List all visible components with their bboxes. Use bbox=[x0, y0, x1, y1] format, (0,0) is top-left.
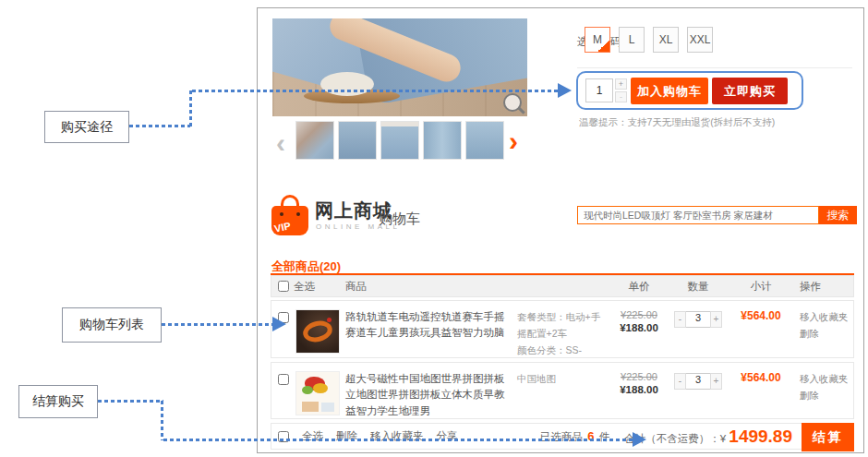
column-product: 商品 bbox=[345, 280, 517, 294]
move-to-favorites-link[interactable]: 移入收藏夹 bbox=[800, 309, 853, 326]
item-spec-1: 套餐类型：电动+手摇配置+2车 bbox=[517, 309, 609, 343]
checkout-arrow-icon bbox=[633, 432, 646, 447]
track-dot-shape bbox=[327, 318, 332, 322]
increase-button[interactable]: + bbox=[710, 373, 722, 390]
row-subtotal: ¥564.00 bbox=[728, 371, 794, 384]
item-spec-1: 中国地图 bbox=[517, 371, 609, 388]
size-option-label: L bbox=[629, 33, 635, 46]
vip-bag-logo-icon[interactable]: VIP bbox=[271, 195, 308, 235]
map-shape bbox=[302, 402, 319, 412]
page-title: 购物车 bbox=[379, 210, 420, 228]
page: ‹ › 选择尺码： M ✓ L XL XXL bbox=[0, 0, 868, 457]
cart-row-1: 路轨轨道车电动遥控轨道赛车手摇赛道车儿童男孩玩具益智智力动脑 套餐类型：电动+手… bbox=[271, 300, 854, 358]
product-thumbnail-4[interactable] bbox=[423, 121, 462, 160]
highlight-box bbox=[576, 71, 803, 110]
bag-eye bbox=[280, 212, 283, 216]
product-thumbnail-3[interactable] bbox=[380, 121, 419, 160]
vip-label: VIP bbox=[273, 220, 292, 234]
row-quantity-value[interactable]: 3 bbox=[686, 311, 710, 328]
map-shape bbox=[313, 383, 328, 393]
zoom-icon[interactable] bbox=[503, 93, 522, 112]
product-thumbnail-1[interactable] bbox=[295, 121, 334, 160]
cart-table-header: 全选 商品 单价 数量 小计 操作 bbox=[271, 275, 854, 297]
current-price: ¥188.00 bbox=[609, 322, 669, 333]
item-title[interactable]: 超大号磁性中国地图世界拼图拼板立地图世界拼图拼板立体木质早教益智力学生地理男 bbox=[345, 371, 517, 419]
checkout-button[interactable]: 结算 bbox=[802, 423, 854, 451]
annotation-cart-list: 购物车列表 bbox=[62, 307, 162, 343]
column-subtotal: 小计 bbox=[728, 280, 794, 294]
column-unit-price: 单价 bbox=[609, 280, 669, 294]
total-value: 1499.89 bbox=[729, 427, 792, 446]
checkout-connector bbox=[163, 439, 634, 441]
column-actions: 操作 bbox=[794, 280, 853, 294]
product-thumbnail-2[interactable] bbox=[338, 121, 377, 160]
item-image-race-track[interactable] bbox=[295, 309, 340, 354]
bag-eye bbox=[296, 212, 300, 216]
divider bbox=[577, 67, 852, 68]
row-checkbox[interactable] bbox=[278, 374, 289, 385]
select-all-label: 全选 bbox=[294, 280, 315, 294]
main-panel: ‹ › 选择尺码： M ✓ L XL XXL bbox=[257, 7, 864, 453]
increase-button[interactable]: + bbox=[710, 311, 722, 328]
decrease-button[interactable]: - bbox=[674, 373, 686, 390]
size-options: M ✓ L XL XXL bbox=[585, 27, 713, 53]
annotation-purchase-path: 购买途径 bbox=[44, 111, 129, 143]
thumbnail-strip bbox=[295, 121, 504, 160]
sandal-strap-shape bbox=[320, 72, 374, 96]
original-price: ¥225.00 bbox=[609, 309, 669, 320]
select-all-checkbox[interactable] bbox=[278, 281, 289, 292]
size-option-label: XL bbox=[659, 33, 673, 46]
check-icon: ✓ bbox=[603, 30, 609, 54]
carousel-prev-icon[interactable]: ‹ bbox=[276, 125, 285, 162]
total-text: 合计（不含运费）：¥ 1499.89 bbox=[624, 427, 792, 447]
delete-link[interactable]: 删除 bbox=[800, 388, 853, 404]
map-shape bbox=[302, 386, 313, 394]
annotation-checkout: 结算购买 bbox=[18, 385, 98, 418]
checkout-connector bbox=[98, 400, 163, 403]
carousel-next-icon[interactable]: › bbox=[509, 123, 518, 160]
warm-tip-text: 温馨提示：支持7天无理由退货(拆封后不支持) bbox=[579, 116, 775, 129]
item-title[interactable]: 路轨轨道车电动遥控轨道赛车手摇赛道车儿童男孩玩具益智智力动脑 bbox=[345, 309, 517, 342]
column-quantity: 数量 bbox=[669, 280, 728, 294]
purchase-path-connector bbox=[192, 90, 560, 92]
purchase-path-arrow-icon bbox=[558, 83, 572, 98]
decrease-button[interactable]: - bbox=[674, 311, 686, 328]
map-shape bbox=[321, 403, 334, 412]
size-option-xl[interactable]: XL bbox=[653, 27, 679, 53]
cart-list-connector bbox=[162, 323, 273, 326]
item-image-china-map[interactable] bbox=[295, 371, 340, 415]
bag-body: VIP bbox=[271, 206, 308, 235]
row-quantity-stepper: - 3 + bbox=[674, 311, 722, 328]
search-input[interactable] bbox=[577, 206, 819, 224]
size-option-m[interactable]: M ✓ bbox=[585, 27, 610, 53]
search-button[interactable]: 搜索 bbox=[819, 206, 857, 224]
selected-items-text: 已选商品 6 件 bbox=[540, 429, 609, 444]
cart-list-arrow-icon bbox=[272, 317, 286, 331]
size-option-l[interactable]: L bbox=[619, 27, 645, 53]
size-option-xxl[interactable]: XXL bbox=[687, 27, 713, 53]
size-option-label: XXL bbox=[690, 33, 711, 46]
cart-row-2: 超大号磁性中国地图世界拼图拼板立地图世界拼图拼板立体木质早教益智力学生地理男 中… bbox=[271, 362, 854, 419]
current-price: ¥188.00 bbox=[609, 384, 669, 395]
product-thumbnail-5[interactable] bbox=[465, 121, 504, 160]
move-to-favorites-link[interactable]: 移入收藏夹 bbox=[800, 371, 853, 388]
cart-footer-bar: 全选 删除 移入收藏夹 分享 已选商品 6 件 合计（不含运费）：¥ 1499.… bbox=[271, 423, 854, 450]
zoom-icon-handle bbox=[517, 106, 524, 114]
checkout-connector bbox=[161, 401, 163, 440]
original-price: ¥225.00 bbox=[609, 371, 669, 382]
product-main-image[interactable] bbox=[272, 18, 527, 116]
purchase-path-connector bbox=[189, 90, 192, 128]
row-quantity-stepper: - 3 + bbox=[674, 373, 722, 390]
delete-link[interactable]: 删除 bbox=[800, 326, 853, 343]
row-quantity-value[interactable]: 3 bbox=[686, 373, 710, 390]
row-subtotal: ¥564.00 bbox=[728, 309, 794, 322]
purchase-path-connector bbox=[129, 125, 190, 127]
